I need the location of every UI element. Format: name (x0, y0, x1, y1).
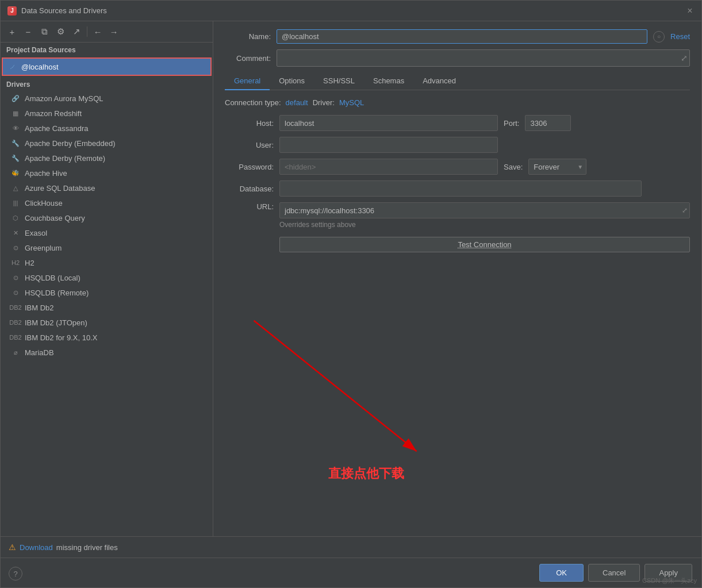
driver-item[interactable]: ⌀MariaDB (1, 345, 213, 360)
user-input[interactable] (279, 137, 498, 153)
driver-item[interactable]: ⊙Greenplum (1, 240, 213, 255)
driver-item[interactable]: DB2IBM Db2 (JTOpen) (1, 315, 213, 330)
driver-icon: H2 (11, 258, 20, 267)
driver-name: IBM Db2 for 9.X, 10.X (25, 333, 97, 342)
driver-name: IBM Db2 (25, 303, 54, 312)
driver-name: IBM Db2 (JTOpen) (25, 318, 87, 327)
download-text: missing driver files (56, 543, 118, 552)
url-input[interactable] (279, 202, 690, 218)
driver-icon: ⬡ (11, 213, 20, 222)
remove-button[interactable]: − (21, 25, 35, 39)
datasource-item-localhost[interactable]: ⟋ @localhost (2, 57, 212, 76)
tab-options[interactable]: Options (270, 72, 314, 90)
driver-name: HSQLDB (Local) (25, 274, 80, 282)
database-label: Database: (225, 185, 274, 193)
project-datasources-header: Project Data Sources (1, 43, 213, 57)
reset-button[interactable]: Reset (670, 32, 690, 41)
forward-button[interactable]: → (107, 25, 121, 39)
dialog-title: Data Sources and Drivers (21, 6, 107, 15)
warning-icon: ⚠ (9, 543, 16, 552)
connection-type-value[interactable]: default (286, 98, 308, 107)
driver-item[interactable]: ⊙HSQLDB (Remote) (1, 285, 213, 300)
driver-icon: 🐝 (11, 168, 20, 178)
close-button[interactable]: × (685, 6, 695, 16)
name-row: Name: ○ Reset (225, 29, 690, 44)
driver-item[interactable]: 👁Apache Cassandra (1, 121, 213, 136)
cancel-button[interactable]: Cancel (588, 564, 640, 582)
driver-item[interactable]: H2H2 (1, 255, 213, 270)
left-panel: + − ⧉ ⚙ ↗ ← → Project Data Sources ⟋ @lo… (1, 21, 213, 536)
driver-name: Greenplum (25, 244, 62, 252)
driver-item[interactable]: ⊙HSQLDB (Local) (1, 270, 213, 285)
driver-name: Amazon Redshift (25, 109, 82, 118)
app-icon: J (7, 6, 17, 16)
settings-button[interactable]: ⚙ (53, 25, 67, 39)
dialog: J Data Sources and Drivers × + − ⧉ ⚙ ↗ ←… (0, 0, 702, 588)
chinese-annotation: 直接点他下载 (328, 465, 404, 482)
url-input-wrap: ⤢ (279, 202, 690, 218)
save-select-wrap: Forever Until restart Never ▼ (528, 159, 586, 175)
copy-button[interactable]: ⧉ (37, 25, 51, 39)
database-input[interactable] (279, 180, 642, 197)
red-arrow-svg (225, 252, 690, 528)
driver-item[interactable]: 🔗Amazon Aurora MySQL (1, 91, 213, 106)
driver-item[interactable]: DB2IBM Db2 (1, 300, 213, 315)
name-input[interactable] (277, 29, 647, 44)
comment-expand-button[interactable]: ⤢ (681, 53, 688, 63)
main-content: + − ⧉ ⚙ ↗ ← → Project Data Sources ⟋ @lo… (1, 21, 701, 536)
save-label: Save: (504, 163, 523, 171)
driver-item[interactable]: △Azure SQL Database (1, 180, 213, 195)
download-link[interactable]: Download (20, 543, 53, 552)
driver-name: MariaDB (25, 348, 54, 357)
url-expand-button[interactable]: ⤢ (682, 206, 688, 214)
driver-item[interactable]: ▦Amazon Redshift (1, 106, 213, 121)
driver-item[interactable]: |||ClickHouse (1, 195, 213, 210)
password-input[interactable] (279, 159, 498, 175)
driver-icon: ⊙ (11, 273, 20, 282)
driver-name: Amazon Aurora MySQL (25, 94, 103, 103)
driver-item[interactable]: 🔧Apache Derby (Embedded) (1, 136, 213, 151)
bottom-bar: OK Cancel Apply (1, 558, 701, 587)
drivers-list: 🔗Amazon Aurora MySQL▦Amazon Redshift👁Apa… (1, 91, 213, 536)
driver-name: Exasol (25, 229, 47, 237)
user-row: User: (225, 137, 690, 153)
ok-button[interactable]: OK (539, 564, 584, 582)
driver-icon: 🔧 (11, 139, 20, 148)
driver-item[interactable]: DB2IBM Db2 for 9.X, 10.X (1, 330, 213, 345)
tab-ssh-ssl[interactable]: SSH/SSL (314, 72, 364, 90)
driver-icon: DB2 (11, 318, 20, 327)
right-panel: Name: ○ Reset Comment: ⤢ General Options… (213, 21, 701, 536)
driver-name: Azure SQL Database (25, 184, 95, 193)
host-row: Host: Port: (225, 115, 690, 131)
datasource-name: @localhost (21, 63, 59, 71)
driver-item[interactable]: ✕Exasol (1, 225, 213, 240)
test-connection-button[interactable]: Test Connection (279, 237, 690, 252)
datasource-icon: ⟋ (9, 62, 17, 71)
tabs: General Options SSH/SSL Schemas Advanced (225, 72, 690, 90)
tab-general[interactable]: General (225, 72, 270, 90)
tab-advanced[interactable]: Advanced (413, 72, 465, 90)
host-input[interactable] (279, 115, 498, 131)
driver-value[interactable]: MySQL (339, 98, 364, 107)
title-bar: J Data Sources and Drivers × (1, 1, 701, 21)
comment-label: Comment: (225, 54, 271, 63)
driver-icon: DB2 (11, 333, 20, 342)
driver-item[interactable]: 🐝Apache Hive (1, 166, 213, 180)
port-input[interactable] (525, 115, 571, 131)
help-button[interactable]: ? (9, 567, 22, 581)
driver-name: Apache Derby (Remote) (25, 154, 105, 163)
driver-icon: ||| (11, 198, 20, 207)
drivers-header: Drivers (1, 76, 213, 91)
driver-item[interactable]: 🔧Apache Derby (Remote) (1, 151, 213, 166)
driver-item[interactable]: ⬡Couchbase Query (1, 210, 213, 225)
url-hint: Overrides settings above (279, 221, 690, 229)
back-button[interactable]: ← (91, 25, 105, 39)
svg-line-1 (254, 321, 417, 452)
download-bar: ⚠ Download missing driver files (1, 536, 701, 558)
comment-input[interactable] (277, 49, 690, 67)
host-label: Host: (225, 119, 274, 128)
add-button[interactable]: + (5, 25, 19, 39)
tab-schemas[interactable]: Schemas (364, 72, 413, 90)
save-select[interactable]: Forever Until restart Never (528, 159, 586, 175)
connection-type-label: Connection type: (225, 98, 281, 107)
